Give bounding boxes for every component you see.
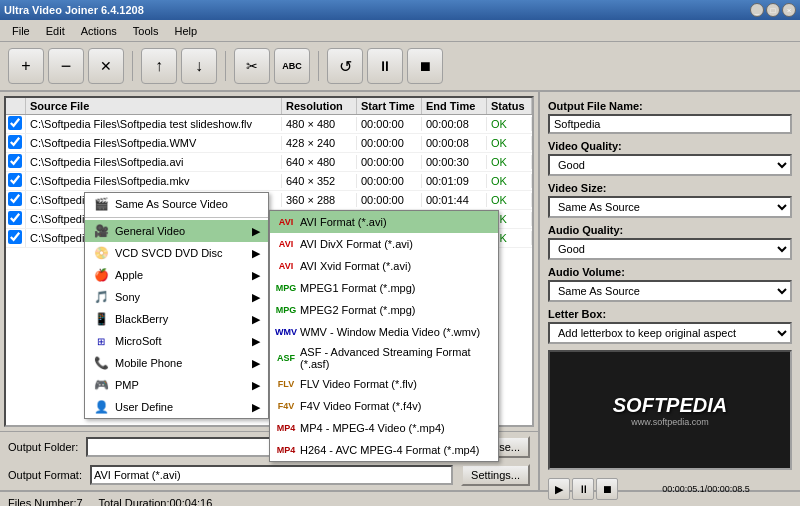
right-panel: Output File Name: Video Quality: GoodBet…: [540, 92, 800, 490]
ctx-user-define-label: User Define: [115, 401, 173, 413]
sub-f4v[interactable]: F4V F4V Video Format (*.f4v): [270, 395, 498, 417]
sub-avi-divx[interactable]: AVI AVI DivX Format (*.avi): [270, 233, 498, 255]
table-row[interactable]: C:\Softpedia Files\Softpedia test slides…: [6, 115, 532, 134]
row-source: C:\Softpedia Files\Softpedia.mkv: [26, 174, 282, 188]
row-checkbox[interactable]: [8, 211, 22, 225]
preview-text: SOFTPEDIA: [613, 394, 727, 417]
row-checkbox[interactable]: [8, 192, 22, 206]
toolbar-separator-2: [225, 51, 226, 81]
remove-button[interactable]: −: [48, 48, 84, 84]
ctx-sony[interactable]: 🎵 Sony ▶: [85, 286, 268, 308]
ctx-same-source-label: Same As Source Video: [115, 198, 228, 210]
ctx-separator-1: [85, 217, 268, 218]
sub-mpeg1[interactable]: MPG MPEG1 Format (*.mpg): [270, 277, 498, 299]
stop-button[interactable]: ⏹: [407, 48, 443, 84]
close-button[interactable]: ×: [782, 3, 796, 17]
move-up-button[interactable]: ↑: [141, 48, 177, 84]
ctx-blackberry[interactable]: 📱 BlackBerry ▶: [85, 308, 268, 330]
pause-button[interactable]: ⏸: [367, 48, 403, 84]
flv-icon: FLV: [278, 376, 294, 392]
ctx-user-define[interactable]: 👤 User Define ▶: [85, 396, 268, 418]
ctx-vcd[interactable]: 📀 VCD SVCD DVD Disc ▶: [85, 242, 268, 264]
header-start: Start Time: [357, 98, 422, 114]
sub-wmv[interactable]: WMV WMV - Window Media Video (*.wmv): [270, 321, 498, 343]
submenu-general-video: AVI AVI Format (*.avi) AVI AVI DivX Form…: [269, 210, 499, 462]
user-define-arrow: ▶: [252, 401, 260, 414]
audio-volume-select[interactable]: Same As Source25%50%: [548, 280, 792, 302]
ctx-pmp[interactable]: 🎮 PMP ▶: [85, 374, 268, 396]
sub-mpeg1-label: MPEG1 Format (*.mpg): [300, 282, 416, 294]
window-controls: _ □ ×: [750, 3, 796, 17]
sub-f4v-label: F4V Video Format (*.f4v): [300, 400, 421, 412]
letter-box-label: Letter Box:: [548, 308, 792, 320]
sub-asf[interactable]: ASF ASF - Advanced Streaming Format (*.a…: [270, 343, 498, 373]
ctx-microsoft[interactable]: ⊞ MicroSoft ▶: [85, 330, 268, 352]
row-resolution: 360 × 288: [282, 193, 357, 207]
sub-flv[interactable]: FLV FLV Video Format (*.flv): [270, 373, 498, 395]
sub-avi-xvid[interactable]: AVI AVI Xvid Format (*.avi): [270, 255, 498, 277]
row-checkbox[interactable]: [8, 173, 22, 187]
sub-avi-label: AVI Format (*.avi): [300, 216, 387, 228]
output-format-input[interactable]: [90, 465, 453, 485]
row-source: C:\Softpedia Files\Softpedia.WMV: [26, 136, 282, 150]
row-checkbox[interactable]: [8, 230, 22, 244]
table-row[interactable]: C:\Softpedia Files\Softpedia.WMV 428 × 2…: [6, 134, 532, 153]
video-preview: SOFTPEDIA www.softpedia.com: [548, 350, 792, 470]
row-checkbox[interactable]: [8, 135, 22, 149]
sub-h264[interactable]: MP4 H264 - AVC MPEG-4 Format (*.mp4): [270, 439, 498, 461]
preview-controls: ▶ ⏸ ⏹ 00:00:05.1/00:00:08.5: [548, 476, 792, 502]
video-quality-select[interactable]: GoodBetterBest: [548, 154, 792, 176]
header-end: End Time: [422, 98, 487, 114]
settings-button[interactable]: Settings...: [461, 464, 530, 486]
sub-asf-label: ASF - Advanced Streaming Format (*.asf): [300, 346, 490, 370]
pause-preview-button[interactable]: ⏸: [572, 478, 594, 500]
xvid-icon: AVI: [278, 258, 294, 274]
letter-box-select[interactable]: Add letterbox to keep original aspectNo …: [548, 322, 792, 344]
ctx-apple[interactable]: 🍎 Apple ▶: [85, 264, 268, 286]
menu-help[interactable]: Help: [166, 23, 205, 39]
general-video-icon: 🎥: [93, 223, 109, 239]
sub-avi[interactable]: AVI AVI Format (*.avi): [270, 211, 498, 233]
output-name-input[interactable]: [548, 114, 792, 134]
audio-quality-select[interactable]: GoodBetterBest: [548, 238, 792, 260]
row-resolution: 480 × 480: [282, 117, 357, 131]
play-button[interactable]: ▶: [548, 478, 570, 500]
row-checkbox[interactable]: [8, 154, 22, 168]
row-start: 00:00:00: [357, 117, 422, 131]
abc-button[interactable]: ABC: [274, 48, 310, 84]
menu-edit[interactable]: Edit: [38, 23, 73, 39]
menu-file[interactable]: File: [4, 23, 38, 39]
sub-mpeg2[interactable]: MPG MPEG2 Format (*.mpg): [270, 299, 498, 321]
table-row[interactable]: C:\Softpedia Files\Softpedia.avi 640 × 4…: [6, 153, 532, 172]
menu-actions[interactable]: Actions: [73, 23, 125, 39]
cut-button[interactable]: ✂: [234, 48, 270, 84]
toolbar: + − ✕ ↑ ↓ ✂ ABC ↺ ⏸ ⏹: [0, 42, 800, 92]
blackberry-arrow: ▶: [252, 313, 260, 326]
row-start: 00:00:00: [357, 155, 422, 169]
ctx-general-video[interactable]: 🎥 General Video ▶: [85, 220, 268, 242]
row-status: OK: [487, 136, 532, 150]
ctx-same-as-source[interactable]: 🎬 Same As Source Video: [85, 193, 268, 215]
refresh-button[interactable]: ↺: [327, 48, 363, 84]
sony-arrow: ▶: [252, 291, 260, 304]
menu-bar: File Edit Actions Tools Help: [0, 20, 800, 42]
sub-mp4[interactable]: MP4 MP4 - MPEG-4 Video (*.mp4): [270, 417, 498, 439]
row-source: C:\Softpedia Files\Softpedia.avi: [26, 155, 282, 169]
menu-tools[interactable]: Tools: [125, 23, 167, 39]
row-status: OK: [487, 155, 532, 169]
stop-preview-button[interactable]: ⏹: [596, 478, 618, 500]
add-button[interactable]: +: [8, 48, 44, 84]
table-row[interactable]: C:\Softpedia Files\Softpedia.mkv 640 × 3…: [6, 172, 532, 191]
sub-avi-xvid-label: AVI Xvid Format (*.avi): [300, 260, 411, 272]
row-checkbox[interactable]: [8, 116, 22, 130]
minimize-button[interactable]: _: [750, 3, 764, 17]
asf-icon: ASF: [278, 350, 294, 366]
maximize-button[interactable]: □: [766, 3, 780, 17]
cancel-button[interactable]: ✕: [88, 48, 124, 84]
row-start: 00:00:00: [357, 136, 422, 150]
video-size-select[interactable]: Same As Source320x240640x480: [548, 196, 792, 218]
move-down-button[interactable]: ↓: [181, 48, 217, 84]
ctx-mobile[interactable]: 📞 Mobile Phone ▶: [85, 352, 268, 374]
ctx-blackberry-label: BlackBerry: [115, 313, 168, 325]
row-end: 00:01:44: [422, 193, 487, 207]
